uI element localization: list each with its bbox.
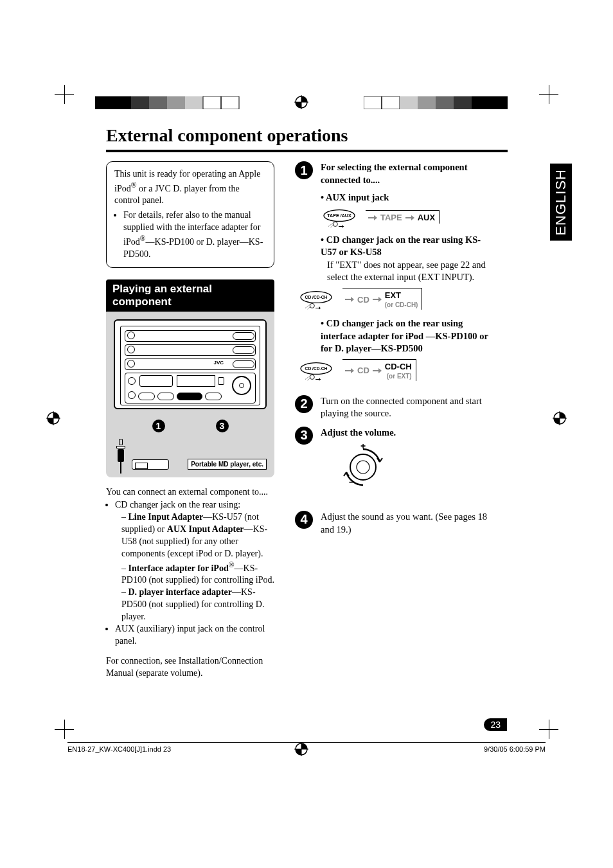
tape-aux-button-icon: TAPE /AUX bbox=[321, 208, 358, 226]
svg-rect-8 bbox=[364, 96, 382, 109]
svg-point-28 bbox=[310, 375, 314, 379]
svg-point-22 bbox=[333, 222, 337, 226]
registration-mark-icon bbox=[294, 95, 308, 109]
connect-b1c: D. player interface adapter—KS-PD500 (no… bbox=[121, 587, 274, 623]
connect-b1a: Line Input Adapter—KS-U57 (not supplied)… bbox=[121, 511, 274, 560]
section-heading: Playing an external component bbox=[106, 279, 274, 312]
svg-rect-0 bbox=[95, 96, 113, 109]
md-player-icon bbox=[132, 459, 169, 470]
step-1-cd1: CD changer jack on the rear using KS-U57… bbox=[321, 235, 481, 258]
page-content: External component operations ENGLISH Th… bbox=[106, 125, 508, 681]
step-1-aux: AUX input jack bbox=[326, 192, 389, 202]
unit-diagram-panel: JVC bbox=[106, 312, 274, 477]
connect-intro: You can connect an external component to… bbox=[106, 486, 274, 499]
language-tab: ENGLISH bbox=[550, 164, 572, 241]
connect-list: CD changer jack on the rear using: Line … bbox=[115, 499, 274, 647]
step-3-num: 3 bbox=[295, 427, 313, 445]
right-column: 1 For selecting the external component c… bbox=[295, 161, 494, 681]
connect-b1b: Interface adapter for iPod®—KS-PD100 (no… bbox=[121, 560, 274, 587]
svg-rect-10 bbox=[400, 96, 418, 109]
intro-box: This unit is ready for operating an Appl… bbox=[106, 161, 274, 268]
svg-rect-4 bbox=[167, 96, 185, 109]
svg-text:–: – bbox=[349, 477, 354, 487]
unit-brand-label: JVC bbox=[213, 360, 224, 366]
footer: EN18-27_KW-XC400[J]1.indd 23 9/30/05 6:0… bbox=[67, 742, 546, 753]
connect-b1: CD changer jack on the rear using: Line … bbox=[115, 499, 274, 623]
cd-button-diagram-1: CD /CD-CH CD bbox=[298, 288, 494, 310]
step-4-text: Adjust the sound as you want. (See pages… bbox=[321, 511, 494, 536]
intro-bullet: For details, refer also to the manual su… bbox=[123, 209, 266, 260]
cd-cdch-button-icon: CD /CD-CH bbox=[298, 290, 335, 308]
connect-footnote: For connection, see Installation/Connect… bbox=[106, 655, 274, 680]
svg-rect-3 bbox=[149, 96, 167, 109]
step-2-num: 2 bbox=[295, 395, 313, 413]
diagram-callout-1: 1 bbox=[152, 420, 165, 432]
svg-rect-12 bbox=[436, 96, 454, 109]
crop-corner-tr bbox=[539, 85, 558, 104]
svg-rect-9 bbox=[382, 96, 400, 109]
footer-file: EN18-27_KW-XC400[J]1.indd 23 bbox=[67, 745, 171, 753]
svg-rect-6 bbox=[203, 96, 221, 109]
svg-text:+: + bbox=[360, 444, 366, 451]
step-3-text: Adjust the volume. bbox=[321, 427, 396, 439]
crop-corner-bl bbox=[55, 720, 74, 739]
svg-rect-1 bbox=[113, 96, 131, 109]
diagram-callout-3: 3 bbox=[216, 420, 229, 432]
svg-rect-5 bbox=[185, 96, 203, 109]
svg-rect-2 bbox=[131, 96, 149, 109]
svg-rect-7 bbox=[221, 96, 239, 109]
cd-cdch-button-icon: CD /CD-CH bbox=[298, 361, 335, 379]
step-1-heading: For selecting the external component con… bbox=[321, 161, 494, 186]
page-title: External component operations bbox=[106, 125, 508, 146]
step-1-cd1-note: If "EXT" does not appear, see page 22 an… bbox=[327, 259, 494, 284]
step-3: 3 Adjust the volume. + – bbox=[295, 427, 494, 504]
md-player-label: Portable MD player, etc. bbox=[188, 459, 267, 470]
cable-diagram: Portable MD player, etc. bbox=[114, 439, 267, 470]
aux-flow: TAPE AUX bbox=[366, 210, 440, 224]
step-1: 1 For selecting the external component c… bbox=[295, 161, 494, 389]
title-rule bbox=[106, 150, 508, 152]
registration-mark-icon bbox=[46, 411, 60, 425]
cd1-flow: CD EXT(or CD-CH) bbox=[342, 288, 422, 310]
registration-mark-icon bbox=[553, 411, 567, 425]
color-bar-left bbox=[95, 96, 249, 112]
connect-b2: AUX (auxiliary) input jack on the contro… bbox=[115, 623, 274, 648]
color-bar-right bbox=[364, 96, 518, 112]
svg-text:CD /CD-CH: CD /CD-CH bbox=[305, 366, 328, 371]
cd-button-diagram-2: CD /CD-CH CD bbox=[298, 359, 494, 381]
volume-knob-icon: + – bbox=[340, 444, 396, 494]
aux-button-diagram: TAPE /AUX TAPE bbox=[321, 208, 494, 226]
svg-text:TAPE /AUX: TAPE /AUX bbox=[327, 213, 351, 218]
left-column: This unit is ready for operating an Appl… bbox=[106, 161, 274, 681]
step-1-cd2: CD changer jack on the rear using interf… bbox=[321, 318, 488, 353]
crop-corner-br bbox=[539, 720, 558, 739]
page-number: 23 bbox=[484, 718, 507, 731]
cd2-flow: CD CD-CH(or EXT) bbox=[342, 359, 416, 381]
svg-point-29 bbox=[350, 454, 376, 480]
crop-corner-tl bbox=[55, 85, 74, 104]
svg-rect-13 bbox=[454, 96, 472, 109]
step-2-text: Turn on the connected component and star… bbox=[321, 395, 494, 420]
step-2: 2 Turn on the connected component and st… bbox=[295, 395, 494, 420]
svg-point-25 bbox=[310, 303, 314, 308]
step-4-num: 4 bbox=[295, 511, 313, 529]
svg-rect-11 bbox=[418, 96, 436, 109]
svg-rect-15 bbox=[490, 96, 508, 109]
step-1-num: 1 bbox=[295, 161, 313, 179]
svg-text:CD /CD-CH: CD /CD-CH bbox=[305, 295, 328, 299]
svg-rect-14 bbox=[472, 96, 490, 109]
step-4: 4 Adjust the sound as you want. (See pag… bbox=[295, 511, 494, 536]
head-unit-diagram: JVC bbox=[114, 319, 267, 409]
footer-timestamp: 9/30/05 6:00:59 PM bbox=[484, 745, 546, 753]
